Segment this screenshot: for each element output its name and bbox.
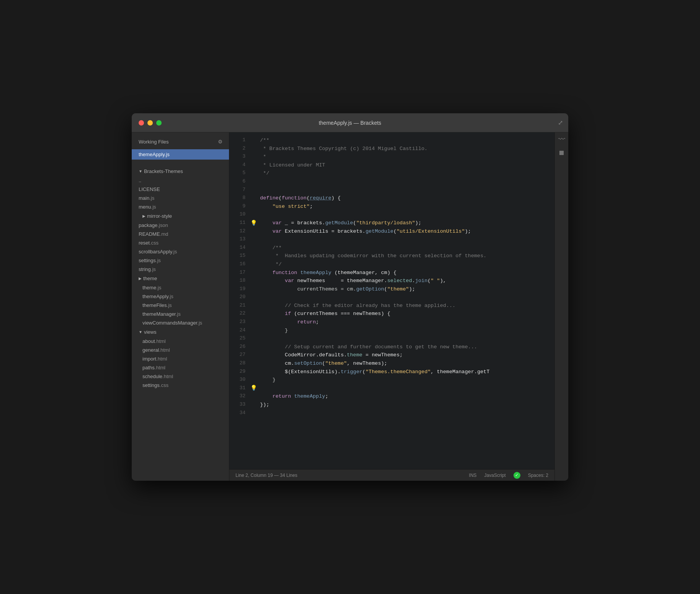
code-line: // Check if the editor already has the t… xyxy=(260,302,551,310)
mirror-style-folder[interactable]: ▶ mirror-style xyxy=(132,211,229,221)
activity-icon[interactable]: 〰 xyxy=(558,135,565,144)
code-line xyxy=(260,178,551,186)
code-line: * Licensed under MIT xyxy=(260,161,551,170)
window-title: themeApply.js — Brackets xyxy=(319,120,381,126)
folder-arrow-icon: ▼ xyxy=(139,169,142,173)
code-line: function themeApply (themeManager, cm) { xyxy=(260,269,551,277)
code-line: define(function(require) { xyxy=(260,194,551,202)
code-line: CodeMirror.defaults.theme = newThemes; xyxy=(260,351,551,359)
spaces-setting[interactable]: Spaces: 2 xyxy=(528,473,548,478)
statusbar-position: Line 2, Column 19 — 34 Lines xyxy=(236,473,461,478)
list-item[interactable]: paths.html xyxy=(132,363,229,372)
list-item[interactable]: main.js xyxy=(132,194,229,202)
code-line: * xyxy=(260,153,551,161)
list-item[interactable]: themeManager.js xyxy=(132,310,229,318)
code-line: } xyxy=(260,376,551,384)
folder-arrow-icon: ▶ xyxy=(139,276,142,281)
gutter-icons: 💡 💡 xyxy=(249,132,258,469)
folder-name: Brackets-Themes xyxy=(144,168,183,174)
minimize-button[interactable] xyxy=(147,120,153,126)
code-line: cm.setOption("theme", newThemes); xyxy=(260,359,551,368)
code-line xyxy=(260,211,551,219)
working-files-label: Working Files xyxy=(139,139,169,145)
list-item[interactable]: about.html xyxy=(132,337,229,346)
list-item[interactable]: viewCommandsManager.js xyxy=(132,318,229,327)
code-content[interactable]: /** * Brackets Themes Copyright (c) 2014… xyxy=(258,132,554,469)
list-item[interactable]: themeFiles.js xyxy=(132,301,229,310)
app-window: themeApply.js — Brackets ⤢ Working Files… xyxy=(132,113,568,481)
code-line xyxy=(260,293,551,302)
theme-folder[interactable]: ▶ theme xyxy=(132,274,229,283)
editor-area[interactable]: 12345 678910 1112131415 1617181920 21222… xyxy=(229,132,554,469)
list-item[interactable]: reset.css xyxy=(132,238,229,247)
code-line: */ xyxy=(260,169,551,178)
maximize-button[interactable] xyxy=(156,120,162,126)
code-line: currentThemes = cm.getOption("theme"); xyxy=(260,285,551,294)
language-mode[interactable]: JavaScript xyxy=(484,473,506,478)
folder-name: mirror-style xyxy=(147,213,172,219)
code-line: */ xyxy=(260,260,551,269)
code-line: return themeApply; xyxy=(260,392,551,401)
code-line: /** xyxy=(260,244,551,252)
window-controls[interactable] xyxy=(139,120,162,126)
right-icon-panel: 〰 ▦ xyxy=(554,132,568,481)
list-item[interactable]: themeApply.js xyxy=(132,292,229,301)
folder-arrow-icon: ▼ xyxy=(139,330,142,334)
list-item[interactable]: schedule.html xyxy=(132,372,229,381)
list-item[interactable]: theme.js xyxy=(132,283,229,292)
code-line xyxy=(260,409,551,418)
folder-name: views xyxy=(144,329,157,335)
code-container: 12345 678910 1112131415 1617181920 21222… xyxy=(229,132,554,469)
gear-icon[interactable]: ⚙ xyxy=(218,138,222,145)
list-item[interactable]: README.md xyxy=(132,230,229,238)
code-line xyxy=(260,235,551,244)
code-line: }); xyxy=(260,401,551,409)
editor-panel: 12345 678910 1112131415 1617181920 21222… xyxy=(229,132,554,481)
sidebar: Working Files ⚙ themeApply.js ▼ Brackets… xyxy=(132,132,229,481)
code-line: var _ = brackets.getModule("thirdparty/l… xyxy=(260,219,551,227)
active-file-item[interactable]: themeApply.js xyxy=(132,149,229,160)
line-numbers: 12345 678910 1112131415 1617181920 21222… xyxy=(229,132,249,469)
list-item[interactable]: menu.js xyxy=(132,202,229,211)
code-line: } xyxy=(260,326,551,335)
folder-name: theme xyxy=(143,276,157,281)
code-line: return; xyxy=(260,318,551,326)
statusbar-right: INS JavaScript ✓ Spaces: 2 xyxy=(469,472,548,479)
code-line: * Brackets Themes Copyright (c) 2014 Mig… xyxy=(260,145,551,153)
close-button[interactable] xyxy=(139,120,144,126)
titlebar: themeApply.js — Brackets ⤢ xyxy=(132,113,568,132)
code-line: // Setup current and further documents t… xyxy=(260,343,551,351)
list-item[interactable]: string.js xyxy=(132,265,229,274)
code-line xyxy=(260,186,551,194)
list-item[interactable]: general.html xyxy=(132,346,229,354)
list-item[interactable]: import.html xyxy=(132,354,229,363)
code-line: var newThemes = themeManager.selected.jo… xyxy=(260,277,551,285)
list-item[interactable]: scrollbarsApply.js xyxy=(132,247,229,256)
list-item[interactable]: LICENSE xyxy=(132,185,229,194)
list-item[interactable]: .. xyxy=(132,176,229,185)
code-line: $(ExtensionUtils).trigger("Themes.themeC… xyxy=(260,368,551,376)
folder-arrow-icon: ▶ xyxy=(142,214,146,218)
list-item[interactable]: package.json xyxy=(132,221,229,230)
code-line xyxy=(260,384,551,393)
code-line: var ExtensionUtils = brackets.getModule(… xyxy=(260,227,551,236)
code-line: * Handles updating codemirror with the c… xyxy=(260,252,551,260)
code-line: if (currentThemes === newThemes) { xyxy=(260,310,551,318)
package-icon[interactable]: ▦ xyxy=(559,148,564,157)
status-check-icon: ✓ xyxy=(514,472,520,479)
views-folder[interactable]: ▼ views xyxy=(132,327,229,337)
list-item[interactable]: settings.js xyxy=(132,256,229,265)
statusbar: Line 2, Column 19 — 34 Lines INS JavaScr… xyxy=(229,469,554,481)
expand-icon[interactable]: ⤢ xyxy=(558,119,563,127)
main-area: Working Files ⚙ themeApply.js ▼ Brackets… xyxy=(132,132,568,481)
code-line: /** xyxy=(260,136,551,145)
code-line: "use strict"; xyxy=(260,202,551,211)
working-files-header: Working Files ⚙ xyxy=(132,132,229,149)
code-line xyxy=(260,335,551,343)
insert-mode[interactable]: INS xyxy=(469,473,477,478)
list-item[interactable]: settings.css xyxy=(132,381,229,390)
brackets-themes-folder[interactable]: ▼ Brackets-Themes xyxy=(132,166,229,176)
